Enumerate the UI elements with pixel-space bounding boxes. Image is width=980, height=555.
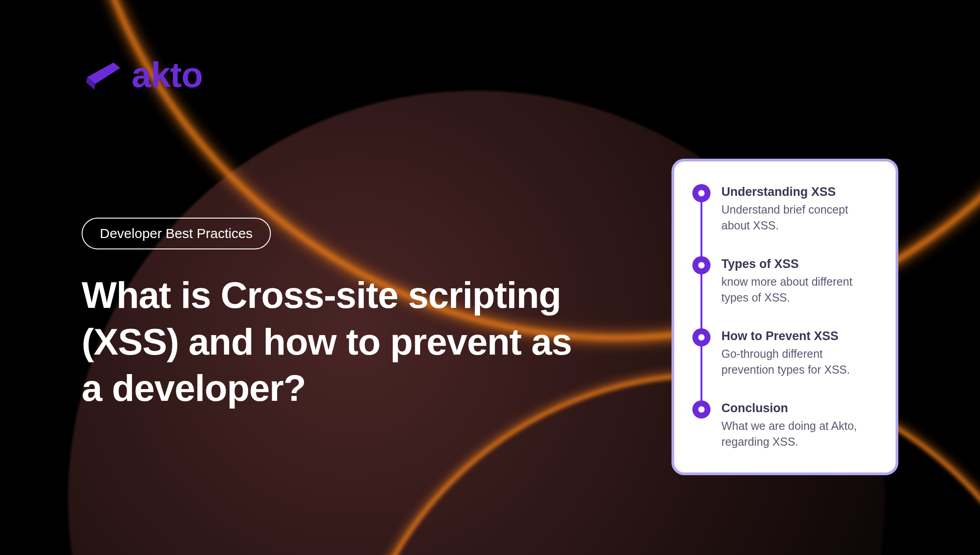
logo-icon [82,59,122,92]
page-title: What is Cross-site scripting (XSS) and h… [82,272,581,412]
bullet-icon [692,256,710,274]
bullet-icon [692,328,710,346]
main-content: Developer Best Practices What is Cross-s… [82,218,581,412]
toc-item: Understanding XSS Understand brief conce… [692,184,877,256]
category-badge: Developer Best Practices [82,218,271,249]
toc-text: Understanding XSS Understand brief conce… [721,184,877,234]
logo: akto [82,54,202,96]
toc-text: How to Prevent XSS Go-through different … [721,328,877,378]
toc-item-description: What we are doing at Akto, regarding XSS… [721,418,877,450]
toc-item: Types of XSS know more about different t… [692,256,877,328]
toc-item-title: How to Prevent XSS [721,329,877,343]
toc-item: How to Prevent XSS Go-through different … [692,328,877,400]
toc-item-description: Go-through different prevention types fo… [721,346,877,378]
toc-item-title: Understanding XSS [721,185,877,199]
toc-item-title: Conclusion [721,401,877,415]
toc-item-title: Types of XSS [721,257,877,271]
toc-item: Conclusion What we are doing at Akto, re… [692,400,877,450]
toc-text: Types of XSS know more about different t… [721,256,877,306]
toc-text: Conclusion What we are doing at Akto, re… [721,400,877,450]
table-of-contents: Understanding XSS Understand brief conce… [671,159,898,475]
logo-text: akto [132,54,202,96]
bullet-icon [692,400,710,419]
bullet-icon [692,184,710,202]
toc-item-description: know more about different types of XSS. [721,274,877,306]
toc-item-description: Understand brief concept about XSS. [721,202,877,234]
